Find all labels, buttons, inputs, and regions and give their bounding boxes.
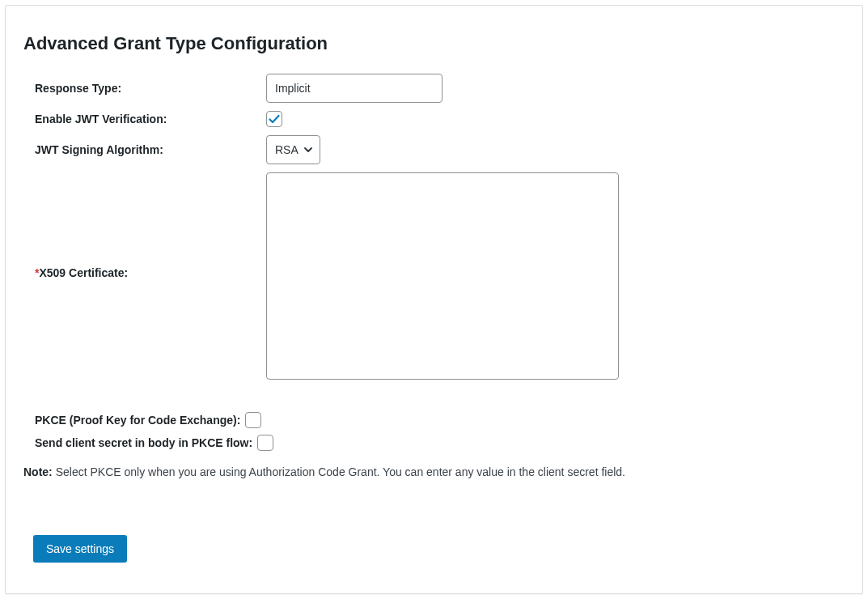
row-pkce-secret-body: Send client secret in body in PKCE flow:: [23, 435, 845, 451]
label-jwt-verification: Enable JWT Verification:: [23, 113, 266, 125]
jwt-verification-checkbox[interactable]: [266, 111, 282, 127]
note-prefix: Note:: [23, 465, 53, 478]
label-x509: *X509 Certificate:: [23, 172, 266, 279]
chevron-down-icon: [303, 145, 313, 155]
label-pkce: PKCE (Proof Key for Code Exchange):: [35, 414, 240, 427]
row-pkce: PKCE (Proof Key for Code Exchange):: [23, 412, 845, 428]
note-text: Select PKCE only when you are using Auth…: [53, 465, 625, 478]
row-response-type: Response Type:: [23, 74, 845, 103]
config-panel: Advanced Grant Type Configuration Respon…: [5, 5, 863, 594]
row-jwt-verification: Enable JWT Verification:: [23, 111, 845, 127]
spacer: [23, 388, 845, 412]
label-x509-text: X509 Certificate:: [39, 266, 128, 279]
signing-algo-select[interactable]: RSA: [266, 135, 320, 164]
label-response-type: Response Type:: [23, 82, 266, 95]
row-x509: *X509 Certificate:: [23, 172, 845, 380]
note: Note: Select PKCE only when you are usin…: [23, 465, 845, 478]
signing-algo-value: RSA: [275, 143, 299, 156]
pkce-checkbox[interactable]: [245, 412, 261, 428]
save-button[interactable]: Save settings: [33, 535, 127, 563]
page-title: Advanced Grant Type Configuration: [23, 33, 845, 54]
pkce-secret-body-checkbox[interactable]: [257, 435, 273, 451]
label-pkce-secret-body: Send client secret in body in PKCE flow:: [35, 436, 252, 449]
label-signing-algo: JWT Signing Algorithm:: [23, 143, 266, 156]
check-icon: [268, 113, 281, 125]
row-signing-algo: JWT Signing Algorithm: RSA: [23, 135, 845, 164]
response-type-input[interactable]: [266, 74, 442, 103]
x509-textarea[interactable]: [266, 172, 619, 380]
